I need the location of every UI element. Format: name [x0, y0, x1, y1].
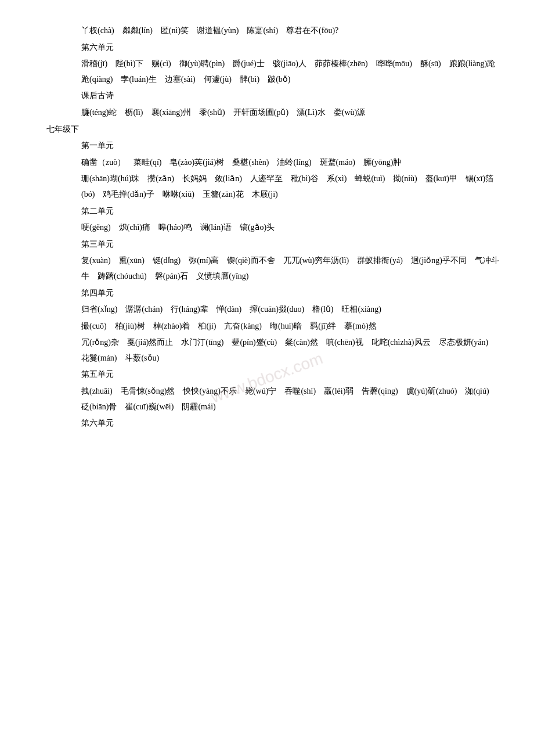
- main-content: 丫杈(chà) 粼粼(lín) 匿(nì)笑 谢道韫(yùn) 陈寔(shí) …: [35, 23, 499, 431]
- content-line-16: 冗(rǒng)杂 戛(jiá)然而止 水门汀(tīng) 颦(pín)蹙(cù)…: [35, 335, 499, 366]
- content-line-17: 第五单元: [35, 367, 499, 383]
- content-line-2: 滑稽(jī) 陛(bì)下 赐(cì) 御(yù)聘(pìn) 爵(jué)士 …: [35, 56, 499, 87]
- content-line-14: 归省(xǐng) 潺潺(chán) 行(háng)辈 惮(dàn) 撺(cuān…: [35, 302, 499, 318]
- content-line-8: 珊(shān)瑚(hú)珠 攒(zǎn) 长妈妈 敛(liǎn) 人迹罕至 秕(…: [35, 171, 499, 202]
- content-line-5: 七年级下: [35, 122, 499, 138]
- content-line-9: 第二单元: [35, 204, 499, 219]
- content-line-11: 第三单元: [35, 237, 499, 253]
- content-line-0: 丫杈(chà) 粼粼(lín) 匿(nì)笑 谢道韫(yùn) 陈寔(shí) …: [35, 23, 499, 39]
- content-line-15: 撮(cuō) 柏(jiù)树 棹(zhào)着 桕(jí) 亢奋(kàng) 晦…: [35, 319, 499, 334]
- content-line-10: 哽(gěng) 炽(chì)痛 嗥(háo)鸣 谰(lán)语 镐(gǎo)头: [35, 220, 499, 236]
- content-line-18: 拽(zhuāi) 毛骨悚(sǒng)然 怏怏(yàng)不乐 毙(wú)宁 吞噬…: [35, 384, 499, 415]
- content-line-1: 第六单元: [35, 40, 499, 56]
- content-line-12: 复(xuàn) 熏(xūn) 铤(dǐng) 弥(mí)高 锲(qiè)而不舍 …: [35, 253, 499, 284]
- content-line-4: 臁(téng)蛇 枥(lì) 襄(xiāng)州 黍(shǔ) 开轩面场圃(pǔ…: [35, 105, 499, 121]
- content-line-6: 第一单元: [35, 138, 499, 154]
- content-line-19: 第六单元: [35, 416, 499, 431]
- content-line-7: 确凿（zuò） 菜畦(qí) 皂(zào)荚(jiá)树 桑椹(shèn) 油蛉…: [35, 155, 499, 171]
- content-line-3: 课后古诗: [35, 88, 499, 104]
- content-line-13: 第四单元: [35, 286, 499, 301]
